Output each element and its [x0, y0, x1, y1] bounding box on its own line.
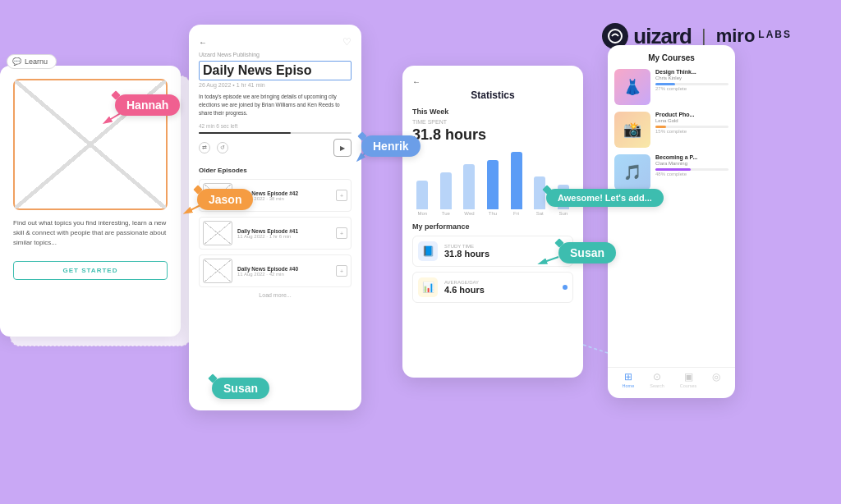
course-thumb-2: 📸 — [614, 112, 650, 148]
study-time-icon: 📘 — [418, 241, 438, 261]
episode-info-3: Daily News Episode #40 11 Aug 2022 · 42 … — [237, 266, 331, 277]
screen-3-time-label: TIME SPENT — [412, 119, 573, 125]
labs-text: LABS — [758, 29, 792, 40]
screen-2-publisher: Uizard News Publishing — [199, 52, 352, 57]
shuffle-icon[interactable]: ⇄ — [199, 142, 210, 153]
screen-3-statistics: ← Statistics This Week TIME SPENT 31.8 h… — [402, 66, 583, 378]
bar-wed: Wed — [459, 164, 480, 216]
course-progress-bar-3 — [655, 168, 728, 171]
screen-2-back-arrow[interactable]: ← — [199, 38, 352, 47]
episode-thumb-2 — [203, 221, 232, 245]
screen-2-progress-bar — [199, 132, 352, 134]
screen-2-controls: ⇄ ↺ ▶ — [199, 139, 352, 157]
screen-2-date: 26 Aug 2022 • 1 hr 41 min — [199, 82, 352, 88]
screen-3-hours: 31.8 hours — [412, 126, 573, 144]
nav-profile[interactable]: ◎ — [712, 371, 720, 388]
episode-item-3: Daily News Episode #40 11 Aug 2022 · 42 … — [199, 254, 352, 287]
screen-2-progress-fill — [199, 132, 291, 134]
episode-info-2: Daily News Episode #41 11 Aug 2022 · 1 h… — [237, 228, 331, 239]
screen-2-heart-icon[interactable]: ♡ — [342, 36, 352, 48]
course-thumb-3: 🎵 — [614, 154, 650, 190]
cursor-jason: Jason — [197, 189, 253, 210]
course-info-2: Product Pho... Lena Gold 15% complete — [655, 112, 728, 134]
course-item-2: 📸 Product Pho... Lena Gold 15% complete — [614, 112, 728, 148]
bar-mon: Mon — [412, 181, 433, 216]
cursor-susan-chart: Susan — [558, 242, 616, 263]
course-progress-bar-1 — [655, 83, 728, 85]
miro-logo: miro LABS — [716, 25, 792, 47]
main-wrapper: uizard | miro LABS 💬 Learnu Find out wha… — [0, 0, 841, 504]
episode-item-2: Daily News Episode #41 11 Aug 2022 · 1 h… — [199, 217, 352, 250]
perf-dot-2 — [563, 285, 568, 290]
screen-3-back-arrow[interactable]: ← — [412, 77, 573, 86]
load-more-label[interactable]: Load more... — [199, 292, 352, 298]
screen-3-performance-label: My performance — [412, 222, 573, 231]
svg-line-5 — [583, 345, 608, 353]
episode-save-3[interactable]: + — [336, 265, 347, 277]
perf-avg-info: AVERAGE/DAY 4.6 hours — [444, 280, 556, 295]
course-thumb-1: 👗 — [614, 69, 650, 105]
cursor-susan-bottom: Susan — [212, 378, 269, 399]
screen-3-title: Statistics — [412, 89, 573, 101]
avg-day-icon: 📊 — [418, 277, 438, 297]
learnu-icon: 💬 — [12, 57, 21, 66]
screen-4-nav: ⊞ Home ⊙ Search ▣ Courses ◎ — [608, 367, 735, 392]
bar-fri: Fri — [506, 152, 526, 216]
learnu-badge: 💬 Learnu — [7, 54, 57, 69]
course-item-3: 🎵 Becoming a P... Clara Manning 48% comp… — [614, 154, 728, 190]
bar-tue: Tue — [436, 172, 457, 216]
cursor-awesome: Awesome! Let's add... — [546, 189, 664, 207]
screen-2-duration: 42 min 6 sec left — [199, 123, 352, 129]
older-episodes-label: Older Episodes — [199, 167, 352, 174]
screen-1-body-text: Find out what topics you find interestin… — [13, 218, 168, 248]
cursor-hannah: Hannah — [115, 94, 180, 116]
screen-4-title: My Courses — [614, 53, 728, 62]
course-info-1: Design Think... Chris Kinley 27% complet… — [655, 69, 728, 91]
perf-study-info: STUDY TIME 31.8 hours — [444, 244, 556, 259]
rewind-icon[interactable]: ↺ — [217, 142, 228, 153]
logo-divider: | — [701, 25, 706, 47]
cursor-henrik: Henrik — [361, 135, 420, 157]
course-progress-bar-2 — [655, 126, 728, 128]
screen-4-courses: My Courses 👗 Design Think... Chris Kinle… — [608, 45, 735, 398]
course-info-3: Becoming a P... Clara Manning 48% comple… — [655, 154, 728, 176]
svg-point-0 — [609, 30, 622, 43]
perf-avg-day: 📊 AVERAGE/DAY 4.6 hours — [412, 272, 573, 303]
bar-thu: Thu — [483, 160, 503, 216]
screen-2-title: Daily News Episo — [199, 61, 352, 80]
nav-search[interactable]: ⊙ Search — [650, 371, 664, 388]
screen-2-description: In today's episode we are bringing detai… — [199, 93, 352, 117]
screen-3-this-week: This Week — [412, 108, 573, 116]
play-button[interactable]: ▶ — [333, 139, 352, 157]
bar-chart: Mon Tue Wed Thu Fri Sat — [412, 150, 573, 216]
screen-2-podcast: ← ♡ Uizard News Publishing Daily News Ep… — [189, 25, 361, 410]
perf-study-time: 📘 STUDY TIME 31.8 hours — [412, 236, 573, 267]
episode-thumb-3 — [203, 259, 232, 283]
episode-save-2[interactable]: + — [336, 227, 347, 239]
episode-save-1[interactable]: + — [336, 190, 347, 201]
get-started-button[interactable]: GET STARTED — [13, 261, 168, 280]
course-item-1: 👗 Design Think... Chris Kinley 27% compl… — [614, 69, 728, 105]
nav-courses[interactable]: ▣ Courses — [680, 371, 696, 388]
nav-home[interactable]: ⊞ Home — [623, 371, 635, 388]
